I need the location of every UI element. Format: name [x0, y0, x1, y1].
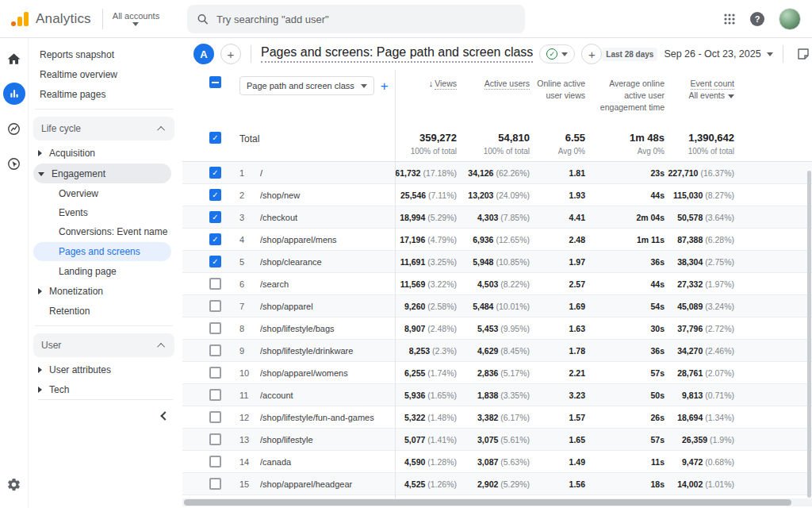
- table-row: 2/shop/new25,546 (7.11%)13,203 (24.09%)1…: [182, 184, 812, 206]
- column-header-avg-engagement[interactable]: Average online active user engagement ti…: [585, 76, 665, 114]
- row-checkbox[interactable]: [209, 411, 221, 423]
- engagement-time-cell: 44s: [585, 190, 665, 200]
- chevron-up-icon[interactable]: [157, 342, 165, 350]
- online-views-cell: 1.49: [530, 457, 585, 467]
- sidebar-item-retention[interactable]: Retention: [29, 301, 182, 321]
- engagement-time-cell: 57s: [585, 368, 665, 378]
- report-status-menu[interactable]: ✓: [539, 44, 575, 64]
- online-views-cell: 1.63: [530, 324, 585, 333]
- row-checkbox[interactable]: [209, 211, 221, 223]
- row-checkbox[interactable]: [209, 344, 221, 356]
- sidebar-item-engagement[interactable]: Engagement: [33, 164, 171, 183]
- note-icon[interactable]: [796, 47, 810, 61]
- page-path: /shop/lifestyle/drinkware: [260, 346, 395, 356]
- column-header-event-count[interactable]: Event count All events: [665, 76, 734, 102]
- sidebar-item-tech[interactable]: Tech: [29, 379, 182, 399]
- add-comparison-button[interactable]: +: [581, 44, 602, 64]
- add-dimension-button[interactable]: +: [381, 79, 389, 93]
- sidebar-item-realtime-pages[interactable]: Realtime pages: [29, 84, 182, 104]
- online-views-cell: 1.65: [530, 435, 585, 444]
- explore-icon[interactable]: [3, 117, 25, 140]
- total-checkbox[interactable]: [209, 132, 221, 144]
- chevron-right-icon[interactable]: [38, 288, 42, 294]
- sidebar-item-overview[interactable]: Overview: [29, 184, 182, 203]
- chevron-down-icon: [561, 52, 568, 56]
- account-switcher[interactable]: All accounts: [113, 11, 159, 26]
- event-count-cell: 26,359 (1.9%): [665, 435, 734, 444]
- sidebar-item-user[interactable]: User: [33, 333, 174, 357]
- column-header-online-views[interactable]: Online active user views: [530, 76, 585, 102]
- horizontal-scrollbar[interactable]: [182, 498, 812, 506]
- sidebar-item-realtime-overview[interactable]: Realtime overview: [29, 64, 182, 84]
- saved-check-icon: ✓: [546, 48, 557, 60]
- active-users-cell: 4,303 (7.85%): [457, 213, 530, 222]
- event-count-cell: 27,332 (1.97%): [665, 279, 734, 289]
- row-checkbox[interactable]: [209, 300, 221, 312]
- chevron-down-icon[interactable]: [38, 172, 44, 176]
- sidebar-item-monetization[interactable]: Monetization: [29, 281, 182, 301]
- sidebar-item-user-attributes[interactable]: User attributes: [29, 360, 182, 379]
- analytics-home-link[interactable]: Analytics: [0, 11, 91, 27]
- property-chip[interactable]: A: [193, 44, 214, 64]
- help-icon[interactable]: ?: [750, 12, 764, 26]
- row-checkbox[interactable]: [209, 256, 221, 267]
- sidebar-item-pages-and-screens[interactable]: Pages and screens: [33, 242, 171, 261]
- column-header-active-users[interactable]: Active users: [457, 76, 530, 90]
- row-index: 4: [239, 235, 260, 244]
- apps-grid-icon[interactable]: [723, 13, 736, 25]
- sidebar-item-label: Monetization: [49, 286, 103, 297]
- row-checkbox[interactable]: [209, 189, 221, 201]
- collapse-sidebar-icon[interactable]: [160, 411, 169, 420]
- views-cell: 61,732 (17.18%): [395, 168, 457, 178]
- event-count-cell: 34,270 (2.46%): [665, 346, 734, 356]
- views-cell: 11,569 (3.22%): [395, 279, 457, 289]
- row-index: 8: [239, 324, 260, 333]
- row-index: 1: [239, 168, 260, 178]
- event-count-cell: 50,578 (3.64%): [665, 213, 734, 222]
- horizontal-scrollbar-thumb[interactable]: [184, 499, 791, 506]
- reports-icon[interactable]: [3, 83, 25, 105]
- row-checkbox[interactable]: [209, 478, 221, 490]
- sidebar-item-events[interactable]: Events: [29, 203, 182, 222]
- row-checkbox[interactable]: [209, 322, 221, 334]
- engagement-time-cell: 11s: [585, 457, 665, 467]
- avatar[interactable]: [779, 8, 801, 30]
- row-checkbox[interactable]: [209, 167, 221, 179]
- add-report-button[interactable]: +: [220, 44, 241, 64]
- table-row: 7/shop/apparel9,260 (2.58%)5,484 (10.01%…: [182, 295, 812, 318]
- row-checkbox[interactable]: [209, 456, 221, 468]
- row-checkbox[interactable]: [209, 278, 221, 290]
- advertising-icon[interactable]: [3, 152, 25, 175]
- search-input[interactable]: [216, 13, 515, 25]
- active-users-cell: 3,087 (5.63%): [457, 457, 530, 467]
- vertical-scrollbar-thumb[interactable]: [807, 171, 811, 498]
- chevron-right-icon[interactable]: [38, 367, 42, 373]
- views-cell: 4,525 (1.26%): [395, 479, 457, 489]
- sidebar-item-acquisition[interactable]: Acquisition: [29, 143, 182, 163]
- report-title[interactable]: Pages and screens: Page path and screen …: [261, 45, 533, 63]
- sidebar-item-reports-snapshot[interactable]: Reports snapshot: [29, 44, 182, 64]
- row-checkbox[interactable]: [209, 367, 221, 379]
- date-range-picker[interactable]: Sep 26 - Oct 23, 2025: [664, 48, 772, 60]
- settings-gear-icon[interactable]: [3, 473, 25, 495]
- active-users-cell: 5,453 (9.95%): [457, 324, 530, 333]
- sidebar-item-label: Conversions: Event name: [59, 226, 167, 237]
- home-icon[interactable]: [3, 48, 25, 70]
- sidebar-item-landing-page[interactable]: Landing page: [29, 262, 182, 281]
- page-path: /checkout: [260, 213, 395, 222]
- event-filter-dropdown[interactable]: All events: [688, 90, 734, 102]
- chevron-right-icon[interactable]: [38, 150, 42, 156]
- dimension-selector[interactable]: Page path and screen class: [239, 76, 374, 95]
- chevron-right-icon[interactable]: [38, 387, 42, 393]
- column-header-views[interactable]: ↓Views: [395, 76, 457, 90]
- select-all-checkbox[interactable]: [209, 76, 221, 88]
- row-checkbox[interactable]: [209, 389, 221, 401]
- chevron-down-icon: [767, 52, 773, 56]
- row-checkbox[interactable]: [209, 233, 221, 245]
- global-search[interactable]: [187, 5, 525, 33]
- row-checkbox[interactable]: [209, 433, 221, 445]
- sidebar-item-conversions-event-name[interactable]: Conversions: Event name: [29, 222, 182, 241]
- sidebar-item-life-cycle[interactable]: Life cycle: [33, 117, 174, 140]
- table-row: 13/shop/lifestyle5,077 (1.41%)3,075 (5.6…: [182, 429, 812, 451]
- chevron-up-icon[interactable]: [157, 125, 165, 133]
